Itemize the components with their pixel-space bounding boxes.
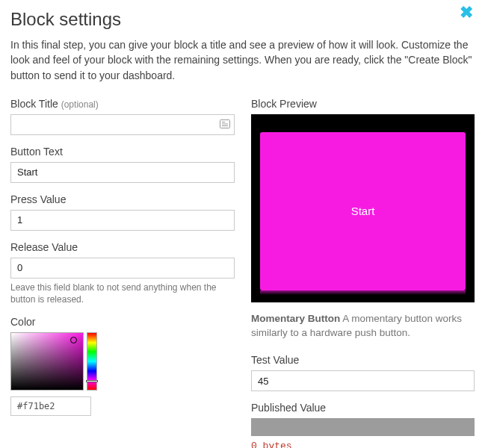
release-value-helper: Leave this field blank to not send anyth… [10,281,235,305]
preview-momentary-button[interactable]: Start [260,132,466,290]
color-hue-slider[interactable] [86,380,98,382]
block-title-label-text: Block Title [10,98,58,110]
block-type-name: Momentary Button [251,313,340,324]
block-title-input[interactable] [10,114,235,135]
color-hex-input[interactable] [10,396,91,416]
preview-column: Block Preview Start Momentary Button A m… [251,98,475,448]
button-text-label: Button Text [10,146,235,158]
published-bytes: 0 bytes [251,441,475,448]
test-value-input[interactable] [251,370,475,391]
block-title-label: Block Title (optional) [10,98,235,110]
button-text-input[interactable] [10,162,235,183]
title-card-icon [220,119,230,131]
optional-hint: (optional) [61,99,99,110]
color-hue-bar[interactable] [87,332,97,391]
test-value-label: Test Value [251,354,475,366]
preview-button-shadow [260,290,466,295]
release-value-input[interactable] [10,258,235,279]
published-value-label: Published Value [251,402,475,414]
page-description: In this final step, you can give your bl… [10,37,475,83]
block-type-description: Momentary Button A momentary button work… [251,311,475,340]
press-value-input[interactable] [10,210,235,231]
published-value-bar [251,418,475,436]
settings-column: Block Title (optional) Button Text Press… [10,98,235,448]
press-value-label: Press Value [10,193,235,205]
close-icon[interactable]: ✖ [460,4,473,21]
color-label: Color [10,316,235,328]
color-sv-cursor[interactable] [70,337,77,343]
block-preview-stage: Start [251,114,475,302]
release-value-label: Release Value [10,241,235,253]
color-saturation-box[interactable] [10,332,84,391]
preview-button-text: Start [351,205,375,217]
block-preview-label: Block Preview [251,98,475,110]
page-title: Block settings [10,9,475,30]
